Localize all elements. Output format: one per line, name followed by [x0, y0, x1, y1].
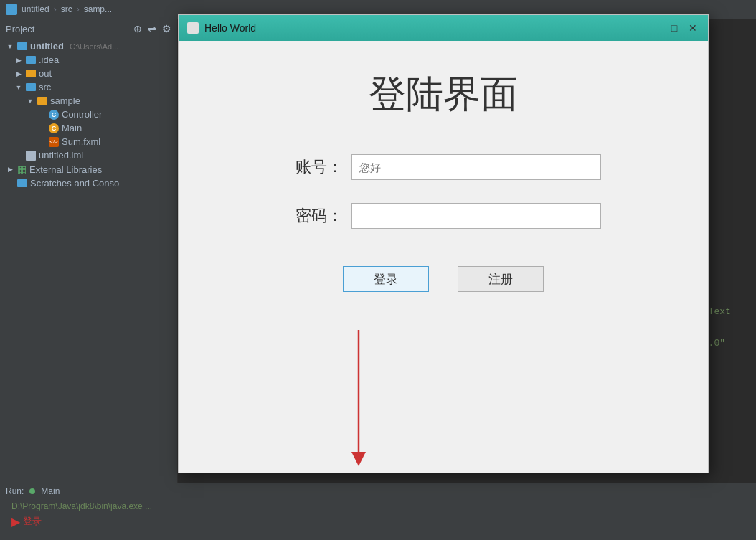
folder-scratches-icon	[17, 179, 27, 187]
folder-out-icon	[26, 70, 36, 77]
sidebar-item-controller[interactable]: ▶ C Controller	[0, 108, 177, 121]
sidebar-item-external-libs[interactable]: ▶ ▦ External Libraries	[0, 162, 177, 176]
java-main-icon: C	[49, 123, 59, 133]
sidebar-item-untitled-label: untitled	[30, 41, 64, 52]
sidebar-item-main-label: Main	[62, 123, 82, 133]
run-command: D:\Program\Java\jdk8\bin\java.exe ...	[6, 499, 750, 515]
close-button[interactable]: ✕	[686, 22, 699, 34]
run-main-label: Main	[41, 486, 60, 496]
folder-idea-icon	[26, 56, 36, 64]
account-input[interactable]	[351, 154, 601, 180]
sidebar-item-iml-label: untitled.iml	[39, 150, 83, 161]
project-icon	[6, 4, 17, 15]
arrow-sample: ▼	[26, 97, 34, 105]
arrow-external-libs: ▶	[6, 165, 14, 174]
sidebar-item-main[interactable]: ▶ C Main	[0, 121, 177, 135]
sidebar-item-idea-label: .idea	[39, 55, 59, 65]
sidebar-item-out[interactable]: ▶ out	[0, 67, 177, 80]
sidebar-item-sample[interactable]: ▼ sample	[0, 94, 177, 108]
sidebar-header: Project ⊕ ⇌ ⚙	[0, 19, 177, 39]
dialog-content: 登陆界面 账号： 密码： 登录 注册	[179, 41, 708, 473]
password-label: 密码：	[285, 205, 343, 227]
folder-untitled-icon	[17, 42, 27, 50]
sidebar-item-untitled-path: C:\Users\Ad...	[70, 42, 118, 51]
sidebar-item-sumfxml[interactable]: ▶ </> Sum.fxml	[0, 135, 177, 148]
dialog-app-icon	[187, 22, 199, 34]
run-arrow-icon: ▶	[11, 515, 20, 529]
dialog-controls: — □ ✕	[649, 22, 699, 34]
iml-icon	[26, 151, 36, 161]
run-output-text: 登录	[23, 515, 42, 528]
run-label: Run:	[6, 486, 24, 496]
sidebar-item-src[interactable]: ▼ src	[0, 80, 177, 94]
register-button[interactable]: 注册	[458, 266, 544, 292]
folder-sample-icon	[37, 97, 47, 105]
breadcrumb-project: untitled	[22, 4, 49, 14]
arrow-untitled: ▼	[6, 42, 14, 51]
sidebar-item-src-label: src	[39, 82, 51, 93]
password-input[interactable]	[351, 203, 601, 229]
sidebar-settings-icon[interactable]: ⚙	[162, 23, 171, 34]
run-output: ▶ 登录	[6, 515, 750, 529]
breadcrumb-sample: samp...	[84, 4, 112, 14]
sidebar-project-label: Project	[6, 24, 128, 34]
sidebar-item-untitled[interactable]: ▼ untitled C:\Users\Ad...	[0, 39, 177, 53]
ide-sidebar: Project ⊕ ⇌ ⚙ ▼ untitled C:\Users\Ad... …	[0, 19, 178, 483]
maximize-button[interactable]: □	[668, 22, 681, 34]
fxml-icon: </>	[49, 137, 59, 147]
arrow-src: ▼	[14, 83, 23, 92]
external-libs-icon: ▦	[17, 164, 27, 175]
dialog-titlebar: Hello World — □ ✕	[179, 15, 708, 41]
button-row: 登录 注册	[343, 266, 544, 292]
account-row: 账号：	[285, 154, 601, 180]
sidebar-item-scratches[interactable]: ▶ Scratches and Conso	[0, 176, 177, 190]
sidebar-item-iml[interactable]: ▶ untitled.iml	[0, 148, 177, 162]
sidebar-sync-icon[interactable]: ⇌	[148, 23, 156, 34]
sidebar-item-external-libs-label: External Libraries	[29, 164, 102, 175]
run-status-dot	[29, 488, 35, 494]
sidebar-item-out-label: out	[39, 68, 52, 79]
login-button[interactable]: 登录	[343, 266, 429, 292]
sidebar-item-sumfxml-label: Sum.fxml	[62, 136, 100, 147]
sidebar-item-scratches-label: Scratches and Conso	[30, 178, 119, 189]
folder-src-icon	[26, 83, 36, 91]
sidebar-item-controller-label: Controller	[62, 109, 102, 120]
run-header: Run: Main	[6, 486, 750, 496]
minimize-button[interactable]: —	[649, 22, 662, 34]
arrow-out: ▶	[14, 70, 23, 78]
sidebar-item-idea[interactable]: ▶ .idea	[0, 53, 177, 67]
java-controller-icon: C	[49, 110, 59, 120]
hello-world-dialog: Hello World — □ ✕ 登陆界面 账号： 密码： 登录 注册	[178, 14, 709, 473]
breadcrumb-sep1: ›	[54, 4, 57, 14]
account-label: 账号：	[285, 156, 343, 178]
dialog-main-title: 登陆界面	[369, 70, 518, 120]
arrow-idea: ▶	[14, 56, 23, 65]
password-row: 密码：	[285, 203, 601, 229]
breadcrumb-src: src	[61, 4, 72, 14]
sidebar-item-sample-label: sample	[50, 95, 80, 106]
breadcrumb-sep2: ›	[77, 4, 80, 14]
dialog-title: Hello World	[204, 22, 643, 34]
sidebar-add-icon[interactable]: ⊕	[133, 23, 142, 34]
ide-bottom-panel: Run: Main D:\Program\Java\jdk8\bin\java.…	[0, 483, 756, 540]
